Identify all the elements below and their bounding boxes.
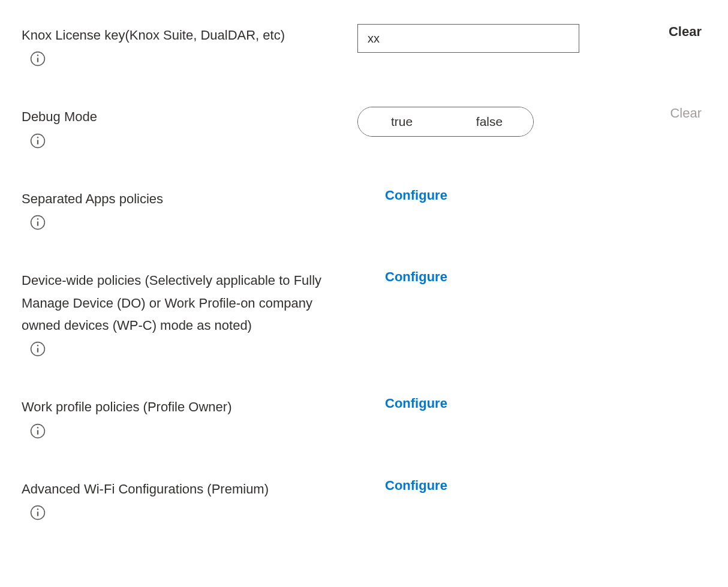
label-col: Separated Apps policies: [22, 188, 357, 233]
configure-link[interactable]: Configure: [385, 478, 447, 493]
clear-button[interactable]: Clear: [669, 24, 702, 39]
svg-point-5: [37, 137, 38, 138]
svg-point-2: [37, 55, 38, 56]
separated-apps-label: Separated Apps policies: [22, 188, 339, 210]
form-row-separated-apps: Separated Apps policies Configure: [22, 188, 706, 233]
debug-mode-label: Debug Mode: [22, 106, 339, 128]
svg-point-14: [37, 427, 38, 428]
info-icon[interactable]: [30, 215, 46, 230]
work-profile-label: Work profile policies (Profile Owner): [22, 396, 339, 418]
info-icon[interactable]: [30, 51, 46, 67]
configure-link[interactable]: Configure: [385, 396, 447, 411]
knox-license-label: Knox License key(Knox Suite, DualDAR, et…: [22, 24, 339, 46]
form-row-work-profile: Work profile policies (Profile Owner) Co…: [22, 396, 706, 441]
svg-point-8: [37, 218, 38, 219]
configure-link[interactable]: Configure: [385, 269, 447, 285]
control-col: Configure: [357, 269, 609, 285]
advanced-wifi-label: Advanced Wi-Fi Configurations (Premium): [22, 478, 339, 500]
label-col: Knox License key(Knox Suite, DualDAR, et…: [22, 24, 357, 70]
control-col: Configure: [357, 396, 609, 411]
configure-link[interactable]: Configure: [385, 188, 447, 203]
control-col: Configure: [357, 478, 609, 493]
toggle-true[interactable]: true: [358, 107, 446, 136]
label-col: Device-wide policies (Selectively applic…: [22, 269, 357, 360]
label-col: Work profile policies (Profile Owner): [22, 396, 357, 441]
action-col: Clear: [609, 106, 706, 121]
toggle-false[interactable]: false: [446, 107, 533, 136]
device-wide-label: Device-wide policies (Selectively applic…: [22, 269, 339, 336]
svg-point-11: [37, 345, 38, 346]
form-row-knox-license: Knox License key(Knox Suite, DualDAR, et…: [22, 24, 706, 70]
control-col: Configure: [357, 188, 609, 203]
info-icon[interactable]: [30, 341, 46, 357]
form-row-debug-mode: Debug Mode true false Clear: [22, 106, 706, 151]
svg-point-17: [37, 508, 38, 510]
form-row-device-wide: Device-wide policies (Selectively applic…: [22, 269, 706, 360]
clear-disabled: Clear: [670, 106, 702, 121]
control-col: [357, 24, 609, 53]
label-col: Advanced Wi-Fi Configurations (Premium): [22, 478, 357, 523]
info-icon[interactable]: [30, 505, 46, 520]
action-col: Clear: [609, 24, 706, 40]
info-icon[interactable]: [30, 423, 46, 439]
info-icon[interactable]: [30, 133, 46, 149]
form-row-advanced-wifi: Advanced Wi-Fi Configurations (Premium) …: [22, 478, 706, 523]
control-col: true false: [357, 106, 609, 137]
debug-mode-toggle: true false: [357, 107, 534, 137]
knox-license-input[interactable]: [357, 24, 579, 53]
label-col: Debug Mode: [22, 106, 357, 151]
